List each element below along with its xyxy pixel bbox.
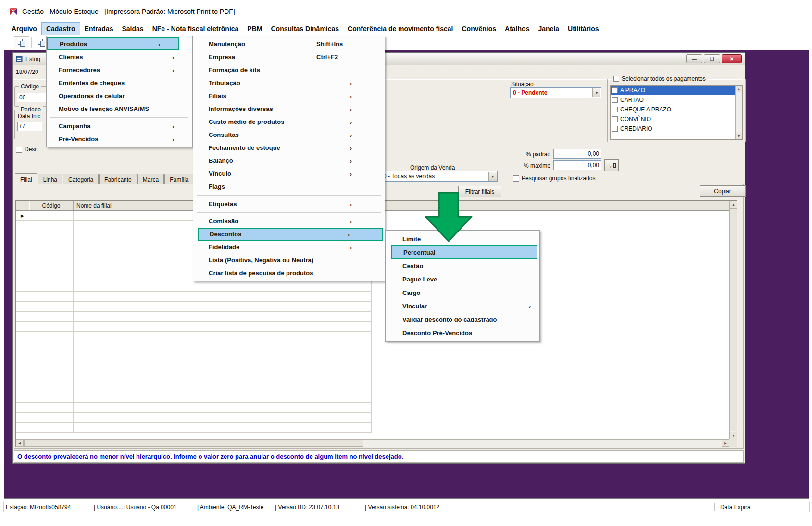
cell-codigo[interactable] [29,221,74,231]
cell-codigo[interactable] [29,392,74,402]
tab-categoria[interactable]: Categoria [63,174,99,184]
menu-item-clientes[interactable]: Clientes › [47,50,192,63]
origem-venda-combo[interactable]: 0 - Todas as vendas ▼ [380,171,498,182]
grid-header-codigo[interactable]: Código [29,201,74,210]
menu-item-filiais[interactable]: Filiais › [193,89,385,102]
vertical-scroll-thumb[interactable] [730,208,737,431]
cell-codigo[interactable] [29,251,74,261]
menu-item-tributacao[interactable]: Tributação › [193,76,385,89]
cell-codigo[interactable] [29,362,74,372]
menu-item-fechamento-estoque[interactable]: Fechamento de estoque › [193,141,385,154]
crediario-checkbox[interactable] [612,126,618,132]
list-item-crediario[interactable]: CREDIARIO [611,124,735,134]
cell-nome-filial[interactable] [74,423,372,432]
menu-item-custo-medio[interactable]: Custo médio de produtos › [193,115,385,128]
menu-item-operadoras-celular[interactable]: Operadoras de celular [47,89,192,102]
menu-item-empresa[interactable]: Empresa Ctrl+F2 [193,50,385,63]
table-row[interactable] [16,413,372,423]
cell-nome-filial[interactable] [74,332,372,342]
grid-vertical-scrollbar[interactable]: ▲ ▼ [729,201,737,439]
cell-codigo[interactable] [29,241,74,251]
cell-codigo[interactable] [29,292,74,301]
menu-item-pague-leve[interactable]: Pague Leve [386,272,539,286]
tab-fabricante[interactable]: Fabricante [99,174,137,184]
menu-item-vincular[interactable]: Vincular › [386,299,539,313]
copy-button[interactable] [14,36,29,49]
percent-padrao-field[interactable]: 0,00 [553,149,601,159]
pesquisar-grupos-checkbox[interactable] [513,175,519,182]
menu-conferencia[interactable]: Conferência de movimento fiscal [343,22,457,35]
menu-item-vinculo[interactable]: Vínculo › [193,167,385,180]
menu-item-formacao-kits[interactable]: Formação de kits [193,63,385,76]
table-row[interactable] [16,392,372,403]
scroll-up-icon[interactable]: ▲ [730,201,737,208]
row-selector[interactable] [16,251,29,261]
row-selector[interactable] [16,403,29,412]
row-selector[interactable] [16,281,29,291]
menu-pbm[interactable]: PBM [243,22,266,35]
minimize-button[interactable]: — [686,54,702,63]
cell-nome-filial[interactable] [74,392,372,402]
scroll-down-icon[interactable]: ▼ [730,432,737,439]
grid-horizontal-scrollbar[interactable]: ◀ ▶ [16,439,729,447]
menu-arquivo[interactable]: Arquivo [7,22,41,35]
list-item-convenio[interactable]: CONVÊNIO [611,114,735,124]
cell-codigo[interactable] [29,382,74,392]
menu-item-pre-vencidos[interactable]: Pré-Vencidos › [47,133,192,146]
menu-item-desconto-pre-vencidos[interactable]: Desconto Pré-Vencidos [386,326,539,340]
cell-codigo[interactable] [29,211,74,220]
row-selector[interactable] [16,423,29,432]
cell-codigo[interactable] [29,281,74,291]
menu-item-descontos[interactable]: Descontos › [198,228,383,241]
cell-nome-filial[interactable] [74,362,372,372]
table-row[interactable] [16,342,372,352]
close-button[interactable]: ✕ [722,54,742,63]
table-row[interactable] [16,281,372,292]
table-row[interactable] [16,372,372,382]
selecionar-pagamentos-checkbox[interactable] [613,76,619,82]
menu-item-balanco[interactable]: Balanço › [193,154,385,167]
menu-item-informacoes-diversas[interactable]: Informações diversas › [193,102,385,115]
cell-nome-filial[interactable] [74,312,372,321]
menu-item-validar-desconto[interactable]: Validar desconto do cadastrado [386,313,539,326]
cell-codigo[interactable] [29,423,74,432]
menu-item-etiquetas[interactable]: Etiquetas › [193,197,385,210]
row-selector[interactable] [16,372,29,382]
descricao-checkbox[interactable] [16,147,22,153]
cell-nome-filial[interactable] [74,342,372,352]
row-selector[interactable] [16,241,29,251]
table-row[interactable] [16,302,372,312]
scroll-right-icon[interactable]: ▶ [722,440,729,447]
menu-utilitarios[interactable]: Utilitários [563,22,603,35]
cell-codigo[interactable] [29,261,74,271]
table-row[interactable] [16,322,372,332]
cell-nome-filial[interactable] [74,281,372,291]
menu-item-campanha[interactable]: Campanha › [47,120,192,133]
menu-consultas-dinamicas[interactable]: Consultas Dinâmicas [266,22,343,35]
row-selector[interactable] [16,382,29,392]
row-selector[interactable] [16,292,29,301]
row-selector[interactable] [16,312,29,321]
row-selector[interactable] [16,231,29,241]
descricao-checkbox-row[interactable]: Desc [16,146,37,153]
row-selector[interactable] [16,261,29,271]
menu-item-flags[interactable]: Flags [193,180,385,193]
data-inicial-field[interactable]: / / [17,122,42,131]
cell-codigo[interactable] [29,271,74,281]
cell-nome-filial[interactable] [74,292,372,301]
menu-item-manutencao[interactable]: Manutenção Shift+Ins [193,37,385,50]
cell-nome-filial[interactable] [74,302,372,311]
pagamentos-scrollbar[interactable]: ▲ ▼ [735,86,742,139]
row-selector[interactable] [16,352,29,362]
menu-item-motivo-isencao[interactable]: Motivo de Isenção ANVISA/MS [47,102,192,115]
cheque-a-prazo-checkbox[interactable] [612,107,618,112]
menu-item-cargo[interactable]: Cargo [386,286,539,299]
table-row[interactable] [16,362,372,372]
row-selector[interactable] [16,362,29,372]
list-item-a-prazo[interactable]: A PRAZO [611,86,735,95]
menu-item-produtos[interactable]: Produtos › [47,37,179,50]
copiar-button[interactable]: Copiar [700,185,746,197]
cell-codigo[interactable] [29,322,74,331]
menu-item-emitentes-cheques[interactable]: Emitentes de cheques [47,76,192,89]
row-selector[interactable] [16,332,29,342]
